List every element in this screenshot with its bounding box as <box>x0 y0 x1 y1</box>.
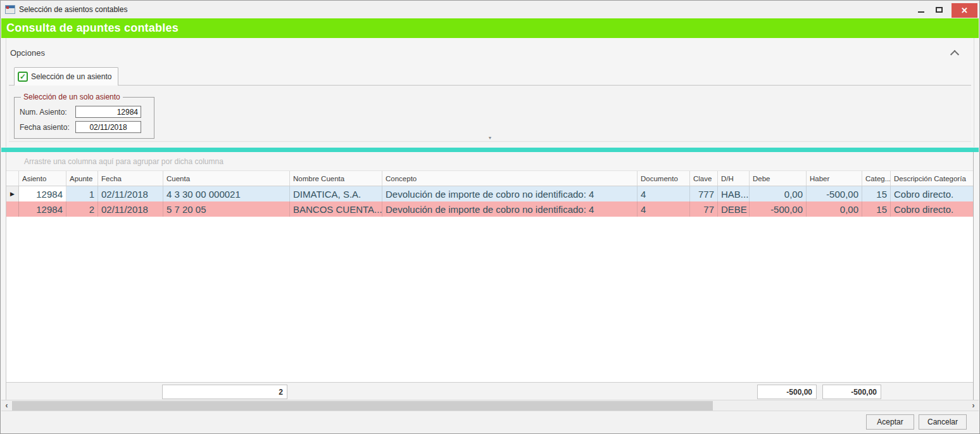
accept-button[interactable]: Aceptar <box>866 414 914 430</box>
col-header-fecha[interactable]: Fecha <box>98 171 163 186</box>
grid-empty-area <box>6 217 973 381</box>
debe-total-summary: -500,00 <box>757 385 817 399</box>
close-button[interactable]: ✕ <box>952 3 977 18</box>
scroll-right-arrow-icon[interactable]: › <box>968 400 979 411</box>
app-icon <box>5 5 15 14</box>
minimize-icon <box>918 11 924 13</box>
groupbox-title: Selección de un solo asiento <box>21 93 123 101</box>
cell-asiento[interactable]: 12984 <box>19 186 66 201</box>
window-title: Selección de asientos contables <box>19 5 127 14</box>
table-row[interactable]: 12984 2 02/11/2018 5 7 20 05 BANCOS CUEN… <box>6 201 973 217</box>
cell-concepto[interactable]: Devolución de importe de cobro no identi… <box>382 186 638 201</box>
cell-cuenta[interactable]: 4 3 30 00 000021 <box>163 186 290 201</box>
col-header-categ[interactable]: Categ... <box>862 171 891 186</box>
tab-checkbox[interactable]: ✓ <box>18 72 28 82</box>
col-header-concepto[interactable]: Concepto <box>382 171 638 186</box>
col-header-dh[interactable]: D/H <box>718 171 750 186</box>
options-header: Opciones <box>10 48 967 58</box>
cell-descripcion[interactable]: Cobro directo. <box>891 201 973 217</box>
chevron-up-icon[interactable] <box>952 49 958 56</box>
cell-haber[interactable]: 0,00 <box>807 201 862 217</box>
cell-dh[interactable]: HAB... <box>718 186 750 201</box>
cell-documento[interactable]: 4 <box>638 186 690 201</box>
checkmark-icon: ✓ <box>20 72 26 81</box>
grid-header-row: Asiento Apunte Fecha Cuenta Nombre Cuent… <box>6 171 973 186</box>
cell-descripcion[interactable]: Cobro directo. <box>891 186 973 201</box>
cell-dh[interactable]: DEBE <box>718 201 750 217</box>
close-icon: ✕ <box>961 6 968 15</box>
col-header-debe[interactable]: Debe <box>750 171 807 186</box>
splitter-bar[interactable] <box>1 148 979 152</box>
page-title: Consulta de apuntes contables <box>1 18 979 38</box>
grid-summary-row: 2 -500,00 -500,00 <box>6 382 973 400</box>
col-header-haber[interactable]: Haber <box>807 171 862 186</box>
cell-fecha[interactable]: 02/11/2018 <box>98 186 163 201</box>
window-controls: ✕ <box>912 1 979 18</box>
minimize-button[interactable] <box>912 2 930 17</box>
options-title: Opciones <box>10 48 45 58</box>
num-asiento-label: Num. Asiento: <box>20 108 75 117</box>
scrollbar-thumb[interactable] <box>12 401 713 411</box>
col-header-clave[interactable]: Clave <box>690 171 718 186</box>
col-header-nombre-cuenta[interactable]: Nombre Cuenta <box>290 171 382 186</box>
col-header-descripcion-categoria[interactable]: Descripción Categoría <box>891 171 973 186</box>
row-pointer-icon: ▶ <box>6 186 19 201</box>
fecha-asiento-label: Fecha asiento: <box>20 123 75 132</box>
title-bar: Selección de asientos contables ✕ <box>1 1 979 18</box>
cell-clave[interactable]: 77 <box>690 201 718 217</box>
scroll-left-arrow-icon[interactable]: ‹ <box>1 400 12 411</box>
groupbox-seleccion: Selección de un solo asiento Num. Asient… <box>14 93 154 139</box>
cell-haber[interactable]: -500,00 <box>807 186 862 201</box>
col-header-asiento[interactable]: Asiento <box>19 171 66 186</box>
haber-total-summary: -500,00 <box>822 385 881 399</box>
row-count-summary: 2 <box>162 385 287 399</box>
cell-fecha[interactable]: 02/11/2018 <box>98 201 163 217</box>
cell-cuenta[interactable]: 5 7 20 05 <box>163 201 290 217</box>
horizontal-scrollbar[interactable]: ‹ › <box>1 400 979 411</box>
col-header-cuenta[interactable]: Cuenta <box>163 171 290 186</box>
cell-debe[interactable]: 0,00 <box>750 186 807 201</box>
cell-nombre-cuenta[interactable]: BANCOS CUENTA... <box>290 201 382 217</box>
cancel-button[interactable]: Cancelar <box>919 414 967 430</box>
fecha-asiento-input[interactable]: 02/11/2018 <box>75 121 141 133</box>
tab-content-panel: Selección de un solo asiento Num. Asient… <box>9 85 971 142</box>
maximize-icon <box>936 7 943 13</box>
cell-concepto[interactable]: Devolución de importe de cobro no identi… <box>382 201 638 217</box>
maximize-button[interactable] <box>930 2 948 17</box>
row-indicator-header <box>6 171 19 186</box>
group-by-hint[interactable]: Arrastre una columna aquí para agrupar p… <box>6 152 973 171</box>
cell-debe[interactable]: -500,00 <box>750 201 807 217</box>
table-row[interactable]: ▶ 12984 1 02/11/2018 4 3 30 00 000021 DI… <box>6 186 973 201</box>
cell-categ[interactable]: 15 <box>862 201 891 217</box>
cell-documento[interactable]: 4 <box>638 201 690 217</box>
tab-seleccion-asiento[interactable]: ✓ Selección de un asiento <box>14 67 118 86</box>
collapse-down-arrow[interactable]: ▼ <box>488 136 493 140</box>
cell-apunte[interactable]: 1 <box>66 186 98 201</box>
col-header-apunte[interactable]: Apunte <box>66 171 98 186</box>
field-row: Num. Asiento: 12984 <box>20 106 149 118</box>
footer-bar: Aceptar Cancelar <box>1 411 979 433</box>
tab-label: Selección de un asiento <box>31 72 111 81</box>
num-asiento-input[interactable]: 12984 <box>75 106 141 118</box>
col-header-documento[interactable]: Documento <box>638 171 690 186</box>
cell-apunte[interactable]: 2 <box>66 201 98 217</box>
accounting-grid: Arrastre una columna aquí para agrupar p… <box>6 152 974 400</box>
app-window: Selección de asientos contables ✕ Consul… <box>0 0 980 434</box>
cell-clave[interactable]: 777 <box>690 186 718 201</box>
cell-asiento[interactable]: 12984 <box>19 201 66 217</box>
row-indicator <box>6 201 19 217</box>
cell-nombre-cuenta[interactable]: DIMATICA, S.A. <box>290 186 382 201</box>
options-panel: Opciones ✓ Selección de un asiento Selec… <box>6 38 974 147</box>
field-row: Fecha asiento: 02/11/2018 <box>20 121 149 133</box>
cell-categ[interactable]: 15 <box>862 186 891 201</box>
